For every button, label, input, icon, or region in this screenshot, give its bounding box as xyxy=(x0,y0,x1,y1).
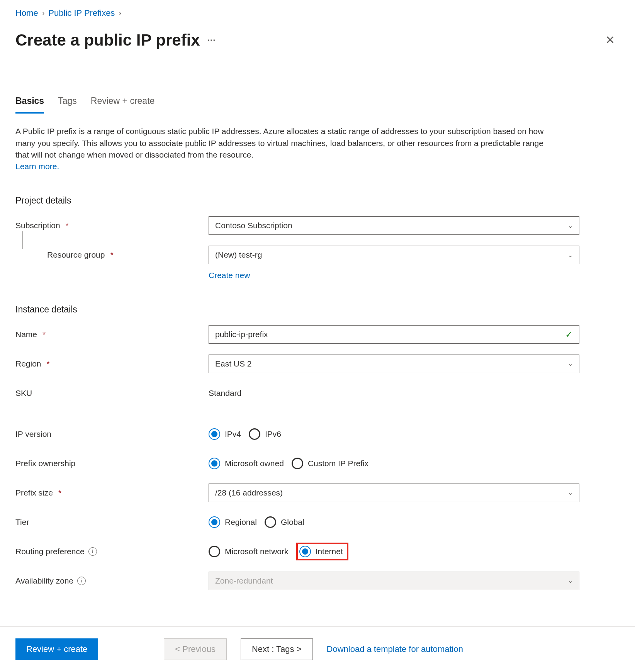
chevron-down-icon: ⌄ xyxy=(568,251,573,260)
radio-ipv6[interactable]: IPv6 xyxy=(249,428,281,440)
section-project-details: Project details xyxy=(15,194,620,207)
more-icon[interactable]: ⋯ xyxy=(207,34,216,46)
section-instance-details: Instance details xyxy=(15,303,620,316)
label-prefix-size: Prefix size* xyxy=(15,487,209,499)
label-name: Name* xyxy=(15,329,209,340)
routing-preference-radio-group: Microsoft network Internet xyxy=(209,543,348,560)
sku-value: Standard xyxy=(209,387,241,399)
name-input[interactable] xyxy=(215,326,565,343)
chevron-down-icon: ⌄ xyxy=(568,488,573,497)
radio-microsoft-network[interactable]: Microsoft network xyxy=(209,546,289,557)
radio-regional[interactable]: Regional xyxy=(209,516,257,528)
tab-review-create[interactable]: Review + create xyxy=(91,95,155,114)
radio-internet[interactable]: Internet xyxy=(299,546,343,557)
label-resource-group: Resource group* xyxy=(15,249,209,261)
radio-microsoft-owned[interactable]: Microsoft owned xyxy=(209,458,284,469)
description-text: A Public IP prefix is a range of contigu… xyxy=(15,127,543,159)
description: A Public IP prefix is a range of contigu… xyxy=(15,126,556,173)
region-dropdown[interactable]: East US 2 ⌄ xyxy=(209,355,579,373)
label-sku: SKU xyxy=(15,387,209,399)
label-routing-preference: Routing preference i xyxy=(15,546,209,557)
subscription-value: Contoso Subscription xyxy=(215,220,292,231)
download-template-link[interactable]: Download a template for automation xyxy=(327,643,463,655)
tab-tags[interactable]: Tags xyxy=(58,95,77,114)
tabs: Basics Tags Review + create xyxy=(15,95,620,114)
create-new-link[interactable]: Create new xyxy=(209,271,250,280)
label-subscription: Subscription* xyxy=(15,220,209,231)
chevron-down-icon: ⌄ xyxy=(568,359,573,368)
close-icon[interactable]: ✕ xyxy=(601,31,620,49)
ip-version-radio-group: IPv4 IPv6 xyxy=(209,428,281,440)
info-icon[interactable]: i xyxy=(88,547,97,556)
next-button[interactable]: Next : Tags > xyxy=(241,638,313,660)
radio-ipv4[interactable]: IPv4 xyxy=(209,428,241,440)
chevron-right-icon: › xyxy=(42,7,45,19)
info-icon[interactable]: i xyxy=(77,577,86,585)
subscription-dropdown[interactable]: Contoso Subscription ⌄ xyxy=(209,216,579,235)
highlight-box: Internet xyxy=(296,543,348,560)
chevron-right-icon: › xyxy=(119,7,121,19)
chevron-down-icon: ⌄ xyxy=(568,221,573,230)
label-tier: Tier xyxy=(15,516,209,528)
radio-custom-ip-prefix[interactable]: Custom IP Prefix xyxy=(292,458,368,469)
label-prefix-ownership: Prefix ownership xyxy=(15,458,209,469)
breadcrumb: Home › Public IP Prefixes › xyxy=(15,0,620,19)
page-title-text: Create a public IP prefix xyxy=(15,29,200,52)
prefix-size-value: /28 (16 addresses) xyxy=(215,487,283,499)
previous-button: < Previous xyxy=(164,638,227,660)
page-title: Create a public IP prefix ⋯ xyxy=(15,29,216,52)
region-value: East US 2 xyxy=(215,358,252,370)
learn-more-link[interactable]: Learn more. xyxy=(15,162,59,171)
prefix-ownership-radio-group: Microsoft owned Custom IP Prefix xyxy=(209,458,368,469)
resource-group-value: (New) test-rg xyxy=(215,249,262,261)
breadcrumb-home[interactable]: Home xyxy=(15,7,38,19)
breadcrumb-public-ip-prefixes[interactable]: Public IP Prefixes xyxy=(48,7,115,19)
check-icon: ✓ xyxy=(565,328,573,341)
tier-radio-group: Regional Global xyxy=(209,516,304,528)
review-create-button[interactable]: Review + create xyxy=(15,638,98,660)
footer-bar: Review + create < Previous Next : Tags >… xyxy=(0,626,635,672)
label-ip-version: IP version xyxy=(15,428,209,440)
name-input-wrapper: ✓ xyxy=(209,325,579,344)
resource-group-dropdown[interactable]: (New) test-rg ⌄ xyxy=(209,246,579,264)
availability-zone-value: Zone-redundant xyxy=(215,575,273,587)
radio-global[interactable]: Global xyxy=(265,516,304,528)
tab-basics[interactable]: Basics xyxy=(15,95,44,114)
label-availability-zone: Availability zone i xyxy=(15,575,209,587)
label-region: Region* xyxy=(15,358,209,370)
chevron-down-icon: ⌄ xyxy=(568,576,573,585)
prefix-size-dropdown[interactable]: /28 (16 addresses) ⌄ xyxy=(209,484,579,502)
availability-zone-dropdown: Zone-redundant ⌄ xyxy=(209,572,579,590)
